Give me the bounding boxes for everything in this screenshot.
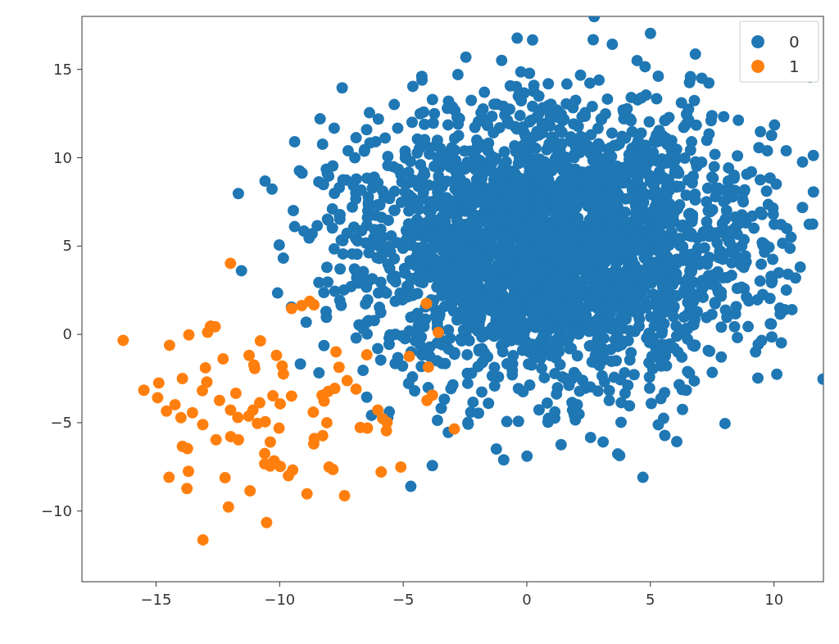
- svg-point-2874: [397, 361, 408, 372]
- svg-point-2949: [429, 229, 440, 240]
- svg-point-1458: [351, 132, 362, 143]
- svg-point-2624: [570, 143, 582, 154]
- svg-point-2320: [407, 80, 419, 92]
- svg-point-1050: [625, 347, 637, 359]
- svg-point-2776: [781, 284, 792, 296]
- svg-point-2833: [569, 233, 581, 244]
- svg-point-2943: [510, 121, 521, 133]
- svg-point-3082: [197, 385, 208, 397]
- svg-point-3045: [404, 351, 415, 362]
- svg-point-2786: [718, 111, 729, 122]
- svg-point-2585: [589, 339, 601, 351]
- svg-point-2387: [604, 385, 615, 397]
- svg-point-1968: [301, 316, 312, 328]
- svg-point-2521: [515, 313, 526, 324]
- svg-point-3018: [187, 407, 198, 419]
- svg-point-3085: [278, 368, 289, 379]
- svg-point-3062: [342, 375, 353, 387]
- y-tick-label: −10: [41, 502, 72, 519]
- svg-point-1281: [443, 343, 455, 355]
- svg-point-1016: [659, 387, 670, 398]
- svg-point-1264: [588, 11, 600, 22]
- svg-point-3075: [339, 490, 351, 501]
- svg-point-680: [467, 397, 478, 408]
- svg-point-2658: [542, 174, 554, 185]
- svg-point-2669: [489, 213, 501, 224]
- svg-point-2183: [643, 116, 655, 128]
- svg-point-2218: [645, 28, 656, 39]
- svg-point-1633: [671, 436, 683, 447]
- svg-point-2918: [553, 286, 565, 297]
- svg-point-2733: [629, 213, 641, 224]
- svg-point-2274: [685, 144, 696, 156]
- svg-point-2988: [467, 275, 478, 287]
- svg-point-2245: [507, 350, 519, 361]
- svg-point-2951: [433, 272, 444, 283]
- y-tick-label: 10: [53, 149, 72, 166]
- svg-point-2774: [442, 222, 453, 234]
- svg-point-2379: [715, 321, 727, 333]
- svg-point-2935: [563, 166, 574, 177]
- svg-point-1893: [632, 55, 643, 66]
- svg-point-1808: [703, 128, 714, 139]
- svg-point-3061: [433, 327, 444, 338]
- svg-point-2996: [550, 253, 561, 265]
- svg-point-2746: [732, 332, 743, 343]
- svg-point-2817: [373, 288, 384, 299]
- svg-point-2911: [517, 261, 528, 273]
- svg-point-2485: [505, 80, 516, 92]
- svg-point-1313: [808, 186, 819, 197]
- svg-point-2907: [673, 347, 684, 358]
- svg-point-2612: [531, 126, 542, 138]
- svg-point-2873: [717, 218, 728, 229]
- svg-point-2794: [403, 189, 415, 201]
- svg-point-573: [677, 384, 688, 396]
- svg-point-2915: [579, 111, 591, 122]
- svg-point-2959: [480, 141, 492, 152]
- svg-point-3059: [274, 460, 286, 472]
- svg-point-1371: [593, 75, 605, 86]
- svg-point-2891: [687, 170, 699, 182]
- svg-point-2868: [353, 278, 365, 289]
- svg-point-1228: [521, 451, 533, 462]
- svg-point-2680: [610, 257, 622, 269]
- y-tick-label: 0: [63, 325, 72, 342]
- svg-point-3050: [232, 412, 243, 424]
- svg-point-2596: [594, 170, 605, 181]
- svg-point-1109: [288, 205, 299, 216]
- svg-point-3037: [183, 465, 194, 477]
- svg-point-3042: [224, 257, 236, 269]
- svg-point-2605: [484, 288, 496, 299]
- svg-point-2642: [643, 229, 655, 240]
- svg-point-931: [524, 68, 535, 79]
- svg-point-2780: [590, 274, 601, 286]
- svg-point-3094: [211, 434, 222, 446]
- svg-point-2517: [659, 247, 670, 259]
- svg-point-3021: [375, 466, 387, 478]
- svg-point-2883: [606, 323, 618, 334]
- svg-point-1116: [360, 298, 371, 310]
- svg-point-2454: [671, 290, 683, 302]
- svg-point-2451: [653, 419, 664, 430]
- svg-point-2816: [713, 183, 724, 194]
- svg-point-2993: [335, 300, 347, 311]
- svg-point-2828: [413, 320, 424, 332]
- svg-point-3095: [177, 373, 188, 384]
- svg-point-2887: [564, 331, 575, 342]
- x-tick-label: 10: [764, 591, 783, 608]
- svg-point-2205: [786, 232, 797, 243]
- svg-point-3096: [254, 397, 265, 409]
- svg-point-682: [313, 367, 324, 379]
- svg-point-1681: [723, 162, 734, 174]
- svg-point-3000: [544, 299, 556, 311]
- svg-point-1514: [295, 358, 306, 370]
- svg-point-1463: [289, 221, 301, 233]
- svg-point-1594: [373, 113, 384, 125]
- svg-point-2600: [414, 143, 425, 154]
- svg-point-2663: [289, 136, 301, 147]
- svg-point-3028: [214, 395, 225, 406]
- svg-point-2185: [392, 122, 403, 134]
- svg-point-2481: [395, 169, 406, 180]
- svg-point-1386: [600, 108, 611, 120]
- svg-point-2909: [597, 264, 609, 275]
